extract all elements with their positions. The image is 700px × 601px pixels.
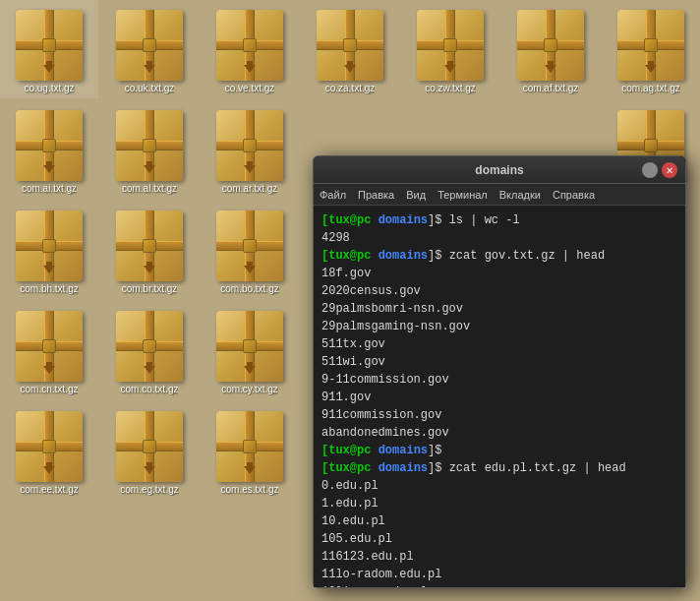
terminal-line: 911commission.gov bbox=[321, 406, 677, 424]
prompt-dir: domains bbox=[379, 213, 428, 227]
file-item[interactable] bbox=[0, 502, 98, 600]
terminal-line: 11lo-radom.edu.pl bbox=[321, 566, 677, 583]
output-text: 18f.gov bbox=[321, 267, 371, 280]
file-label: com.es.txt.gz bbox=[221, 484, 279, 496]
file-item[interactable]: com.ar.txt.gz bbox=[201, 100, 299, 199]
file-item[interactable]: com.eg.txt.gz bbox=[100, 401, 199, 500]
file-label: co.zw.txt.gz bbox=[425, 83, 476, 94]
file-item[interactable]: com.af.txt.gz bbox=[501, 0, 600, 98]
archive-icon bbox=[116, 210, 183, 281]
prompt-cmd: ]$ bbox=[428, 444, 441, 457]
terminal-window: domains ✕ Файл Правка Вид Терминал Вклад… bbox=[313, 155, 686, 588]
archive-icon bbox=[16, 311, 83, 382]
file-label: com.co.txt.gz bbox=[121, 384, 179, 395]
prompt-dir: domains bbox=[379, 249, 428, 263]
file-item[interactable]: com.co.txt.gz bbox=[100, 301, 199, 399]
archive-icon bbox=[16, 10, 83, 81]
close-button[interactable]: ✕ bbox=[662, 162, 677, 178]
archive-icon bbox=[216, 210, 283, 281]
file-label: com.ar.txt.gz bbox=[222, 183, 278, 195]
terminal-line: abandonedmines.gov bbox=[321, 424, 677, 442]
menu-view[interactable]: Вид bbox=[406, 189, 426, 201]
menu-edit[interactable]: Правка bbox=[358, 189, 394, 201]
file-item[interactable] bbox=[201, 502, 299, 600]
terminal-line: 10.edu.pl bbox=[321, 512, 677, 530]
output-text: 29palmsgaming-nsn.gov bbox=[321, 320, 470, 333]
archive-icon bbox=[116, 311, 183, 382]
menu-terminal[interactable]: Терминал bbox=[438, 189, 488, 201]
archive-icon bbox=[116, 10, 183, 81]
output-text: abandonedmines.gov bbox=[321, 426, 449, 440]
file-label: co.za.txt.gz bbox=[325, 83, 376, 94]
file-item[interactable]: com.br.txt.gz bbox=[100, 201, 199, 299]
output-text: 10.edu.pl bbox=[321, 514, 385, 528]
terminal-line: 116123.edu.pl bbox=[321, 548, 677, 566]
archive-icon bbox=[617, 10, 684, 81]
file-item[interactable]: co.zw.txt.gz bbox=[401, 0, 499, 98]
terminal-line: 911.gov bbox=[321, 389, 677, 406]
file-item[interactable]: com.ag.txt.gz bbox=[602, 0, 700, 98]
file-item[interactable] bbox=[100, 502, 199, 600]
archive-icon bbox=[116, 411, 183, 482]
prompt-host: [tux@pc bbox=[321, 444, 371, 457]
file-item[interactable]: com.al.txt.gz bbox=[100, 100, 199, 199]
file-item[interactable]: com.ai.txt.gz bbox=[0, 100, 98, 199]
file-item[interactable]: co.ug.txt.gz bbox=[0, 0, 98, 98]
terminal-line: 9-11commission.gov bbox=[321, 371, 677, 389]
file-item[interactable]: co.za.txt.gz bbox=[301, 0, 399, 98]
file-item[interactable]: com.es.txt.gz bbox=[201, 401, 299, 500]
prompt-host: [tux@pc bbox=[321, 249, 371, 263]
prompt-host: [tux@pc bbox=[321, 213, 371, 227]
menu-tabs[interactable]: Вкладки bbox=[499, 189, 541, 201]
archive-icon bbox=[317, 10, 383, 81]
output-text: 105.edu.pl bbox=[321, 532, 392, 546]
menu-help[interactable]: Справка bbox=[553, 189, 595, 201]
file-label: com.bh.txt.gz bbox=[20, 283, 78, 295]
terminal-content[interactable]: [tux@pc domains]$ ls | wc -l4298[tux@pc … bbox=[314, 206, 685, 587]
output-text: 911.gov bbox=[321, 391, 371, 404]
terminal-line: 0.edu.pl bbox=[321, 477, 677, 495]
terminal-line: 29palmsgaming-nsn.gov bbox=[321, 318, 677, 335]
terminal-line: [tux@pc domains]$ bbox=[321, 442, 677, 459]
file-item[interactable]: com.cy.txt.gz bbox=[201, 301, 299, 399]
prompt-cmd: ]$ ls | wc -l bbox=[428, 213, 520, 227]
file-label: co.ug.txt.gz bbox=[24, 83, 74, 94]
output-text: 911commission.gov bbox=[321, 408, 441, 422]
output-text: 116123.edu.pl bbox=[321, 550, 414, 564]
file-label: com.ag.txt.gz bbox=[621, 83, 679, 94]
terminal-line: [tux@pc domains]$ zcat gov.txt.gz | head bbox=[321, 247, 677, 265]
archive-icon bbox=[216, 311, 283, 382]
terminal-line: [tux@pc domains]$ ls | wc -l bbox=[321, 211, 677, 229]
terminal-line: 2020census.gov bbox=[321, 282, 677, 300]
file-label: com.al.txt.gz bbox=[122, 183, 177, 195]
output-text: 1.edu.pl bbox=[321, 497, 379, 511]
file-label: com.bo.txt.gz bbox=[220, 283, 278, 295]
output-text: 12liceum.edu.pl bbox=[321, 585, 428, 587]
file-label: com.br.txt.gz bbox=[122, 283, 178, 295]
file-label: co.ve.txt.gz bbox=[225, 83, 275, 94]
file-item[interactable]: co.ve.txt.gz bbox=[201, 0, 299, 98]
archive-icon bbox=[216, 110, 283, 181]
menu-file[interactable]: Файл bbox=[320, 189, 346, 201]
output-text: 511wi.gov bbox=[321, 355, 385, 369]
terminal-titlebar: domains ✕ bbox=[314, 156, 685, 184]
terminal-line: 511tx.gov bbox=[321, 335, 677, 353]
terminal-line: 29palmsbomri-nsn.gov bbox=[321, 300, 677, 318]
file-item[interactable]: com.ee.txt.gz bbox=[0, 401, 98, 500]
file-item[interactable]: com.bo.txt.gz bbox=[201, 201, 299, 299]
archive-icon bbox=[116, 110, 183, 181]
minimize-button[interactable] bbox=[642, 162, 658, 178]
file-label: com.ee.txt.gz bbox=[20, 484, 78, 496]
terminal-line: [tux@pc domains]$ zcat edu.pl.txt.gz | h… bbox=[321, 459, 677, 477]
output-text: 4298 bbox=[321, 231, 350, 245]
archive-icon bbox=[517, 10, 584, 81]
file-item[interactable]: co.uk.txt.gz bbox=[100, 0, 199, 98]
output-text: 11lo-radom.edu.pl bbox=[321, 568, 441, 581]
terminal-line: 105.edu.pl bbox=[321, 530, 677, 548]
output-text: 9-11commission.gov bbox=[321, 373, 449, 387]
archive-icon bbox=[16, 110, 83, 181]
terminal-line: 4298 bbox=[321, 229, 677, 247]
file-item[interactable]: com.cn.txt.gz bbox=[0, 301, 98, 399]
file-label: com.cn.txt.gz bbox=[21, 384, 79, 395]
file-item[interactable]: com.bh.txt.gz bbox=[0, 201, 98, 299]
